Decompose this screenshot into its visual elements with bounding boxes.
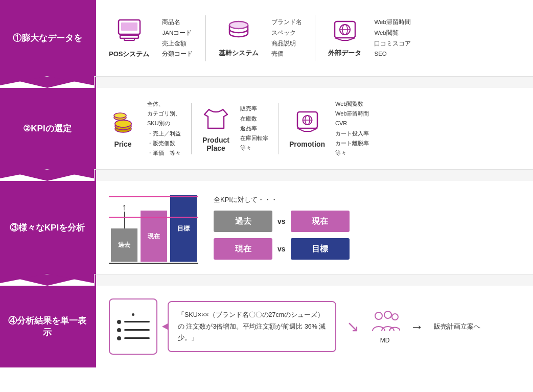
bar-target: 目標 [170, 195, 197, 262]
kikan-detail-1: ブランド名 [271, 17, 302, 28]
line3 [124, 337, 150, 339]
kpi-label: 全KPIに対して・・・ [214, 195, 350, 204]
coins-icon [109, 109, 137, 137]
price-d3: ・売上／利益 [147, 129, 181, 139]
comp-current2: 現在 [214, 238, 272, 260]
comp-past1-label: 過去 [235, 216, 251, 227]
comp-current2-label: 現在 [235, 244, 251, 255]
promo-d0: Web閲覧数 [335, 99, 369, 109]
price-details: 全体、 カテゴリ別、 SKU別の ・売上／利益 ・販売個数 ・単価 等々 [147, 99, 181, 158]
comparison-row2: 現在 vs 目標 [214, 238, 350, 260]
row1: ①膨大なデータを POSシステム 商品名 JANコード 売上金額 [0, 0, 533, 77]
bar-target-label: 目標 [177, 224, 190, 233]
comp-current1: 現在 [291, 211, 350, 232]
price-kpi: Price [109, 109, 137, 148]
comparison-area: 全KPIに対して・・・ 過去 vs 現在 現在 vs [214, 195, 350, 260]
comp-target2-label: 目標 [312, 244, 328, 255]
price-d1: カテゴリ別、 [147, 109, 181, 119]
price-d0: 全体、 [147, 99, 181, 109]
chart-baseline [109, 263, 198, 264]
row1-label-bg: ①膨大なデータを [0, 0, 95, 76]
target-hline [109, 196, 198, 197]
price-d2: SKU別の [147, 119, 181, 128]
gaibo-icon [332, 19, 358, 45]
promo-d2: CVR [335, 119, 369, 128]
bar-current-label: 現在 [148, 232, 160, 241]
arrow-indicator: ↑ [122, 202, 127, 229]
chart-bars: ↑ 過去 現在 目標 [111, 191, 197, 263]
divider4 [279, 103, 279, 154]
price-d5: ・単価 等々 [147, 148, 181, 158]
line1 [124, 321, 150, 322]
divider3 [191, 103, 192, 154]
row2-content: Price 全体、 カテゴリ別、 SKU別の ・売上／利益 ・販売個数 ・単価 … [95, 88, 533, 169]
bar-current: 現在 [141, 211, 167, 262]
doc-row2 [117, 328, 150, 332]
gaibo-details: Web滞留時間 Web閲覧 口コミスコア SEO [374, 17, 411, 59]
row3-content: ↑ 過去 現在 目標 [95, 181, 533, 274]
plan-text: 販売計画立案へ [434, 322, 480, 331]
product-d4: 等々 [240, 143, 268, 153]
product-details: 販売率 在庫数 返品率 在庫回転率 等々 [240, 104, 268, 153]
gaibo-label: 外部データ [328, 49, 361, 58]
bullet1 [117, 320, 121, 324]
pos-icon [116, 17, 143, 47]
tshirt-icon [202, 105, 230, 133]
row4-label-bg: ④分析結果を単一表示 [0, 286, 95, 367]
bullet3 [117, 336, 121, 340]
speech-bubble: 「SKU×××（ブランド名〇〇の27cmのシューズ）の 注文数が3倍増加。平均注… [168, 301, 336, 352]
row3-title: ③様々なKPIを分析 [10, 222, 85, 234]
svg-point-26 [375, 312, 382, 319]
product-d3: 在庫回転率 [240, 133, 268, 143]
vs1-label: vs [277, 217, 286, 225]
arrow-down-right: ↘ [346, 319, 359, 334]
gaibo-detail-4: SEO [374, 49, 411, 59]
bar-past-label: 過去 [118, 241, 130, 249]
promo-label: Promotion [289, 140, 325, 148]
promo-kpi: Promotion [289, 109, 325, 148]
gaibo-detail-2: Web閲覧 [374, 28, 411, 38]
doc-dot [132, 313, 134, 316]
svg-point-18 [114, 113, 126, 118]
gap2-right [95, 170, 533, 181]
kikan-detail-2: スペック [271, 28, 302, 38]
pos-detail-2: JANコード [162, 28, 193, 38]
row1-content: POSシステム 商品名 JANコード 売上金額 分類コード [95, 0, 533, 76]
gaibo-detail-1: Web滞留時間 [374, 17, 411, 28]
promo-d3: カート投入率 [335, 129, 369, 139]
document-icon [109, 298, 157, 355]
product-d1: 在庫数 [240, 114, 268, 124]
svg-rect-3 [124, 38, 134, 40]
kikan-detail-4: 売価 [271, 49, 302, 59]
product-d0: 販売率 [240, 104, 268, 113]
md-label: MD [380, 337, 390, 344]
row4-title: ④分析結果を単一表示 [5, 315, 89, 338]
line2 [124, 329, 150, 331]
svg-rect-1 [121, 22, 137, 31]
people-icon [369, 310, 400, 335]
promo-d4: カート離脱率 [335, 139, 369, 148]
bubble-arrow [162, 323, 169, 330]
bar-past: 過去 [111, 228, 137, 262]
kikan-label: 基幹システム [219, 49, 259, 58]
row2-label-bg: ②KPIの選定 [0, 88, 95, 169]
arrow-icon: ↘ [346, 319, 359, 334]
pos-label: POSシステム [109, 50, 149, 59]
svg-point-5 [229, 21, 248, 29]
product-label: Product Place [202, 136, 229, 152]
svg-point-28 [392, 314, 398, 320]
kikan-source: 基幹システム [219, 19, 259, 58]
row1-title: ①膨大なデータを [13, 32, 82, 44]
vs2-label: vs [277, 245, 286, 253]
product-d2: 返品率 [240, 124, 268, 133]
comp-current1-label: 現在 [312, 216, 328, 227]
kikan-details: ブランド名 スペック 商品説明 売価 [271, 17, 302, 59]
bubble-text: 「SKU×××（ブランド名〇〇の27cmのシューズ）の 注文数が3倍増加。平均注… [178, 311, 326, 341]
divider2 [315, 15, 315, 61]
pos-source: POSシステム [109, 17, 149, 59]
current-hline [109, 217, 198, 218]
row3: ③様々なKPIを分析 ↑ 過去 [0, 181, 533, 274]
gaibo-source: 外部データ [328, 19, 361, 58]
main-container: ①膨大なデータを POSシステム 商品名 JANコード 売上金額 [0, 0, 533, 367]
row2: ②KPIの選定 Price 全体、 カ [0, 88, 533, 170]
